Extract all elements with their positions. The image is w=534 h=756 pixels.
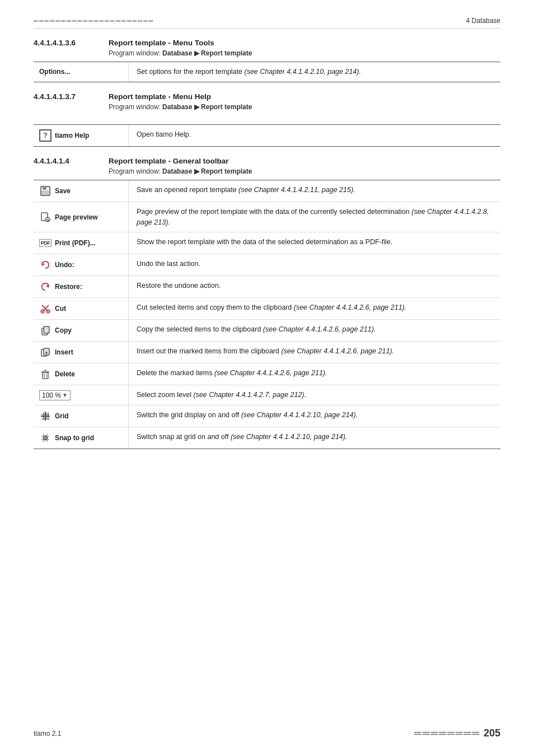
table-3: Save Save an opened report template (see… <box>34 180 500 449</box>
cell-right-insert: Insert out the marked items from the cli… <box>129 342 500 363</box>
cell-left-insert: Insert <box>34 342 129 363</box>
cell-left-grid: Grid <box>34 405 129 427</box>
footer-page-number: 205 <box>484 727 500 739</box>
options-label: Options... <box>39 68 70 76</box>
section-number-3: 4.4.1.4.1.4 <box>34 157 95 165</box>
section-title-1: Report template - Menu Tools <box>109 39 214 47</box>
page-preview-icon <box>39 211 51 223</box>
program-window-2: Program window: Database ▶ Report templa… <box>109 103 500 111</box>
save-icon <box>39 185 51 197</box>
cell-right-restore: Restore the undone action. <box>129 276 500 297</box>
table-row: Save Save an opened report template (see… <box>34 180 500 202</box>
cut-icon <box>39 302 51 315</box>
cell-left-help: ? tiamo Help <box>34 125 129 146</box>
cell-left-pagepreview: Page preview <box>34 202 129 232</box>
page: ══════════════════════ 4 Database 4.4.1.… <box>0 0 534 756</box>
insert-label: Insert <box>55 348 73 356</box>
cell-right-delete: Delete the marked items (see Chapter 4.4… <box>129 363 500 385</box>
pdf-icon: PDF <box>39 237 51 249</box>
zoom-value: 100 % <box>42 391 61 399</box>
svg-rect-20 <box>43 372 48 379</box>
table-row: PDF Print (PDF)... Show the report templ… <box>34 232 500 254</box>
cell-right-pagepreview: Page preview of the report template with… <box>129 202 500 232</box>
table-row: Undo: Undo the last action. <box>34 254 500 276</box>
table-row: Options... Set options for the report te… <box>34 62 500 82</box>
table-row: 100 % ▼ Select zoom level (see Chapter 4… <box>34 385 500 405</box>
svg-marker-8 <box>42 263 45 266</box>
section-heading-1: 4.4.1.4.1.3.6 Report template - Menu Too… <box>34 39 500 47</box>
program-window-1: Program window: Database ▶ Report templa… <box>109 49 500 57</box>
footer-app-name: tiamo 2.1 <box>34 730 61 738</box>
table-row: Grid Switch the grid display on and off … <box>34 405 500 427</box>
cell-right-zoom: Select zoom level (see Chapter 4.4.1.4.2… <box>129 385 500 405</box>
cell-left-copy: Copy <box>34 320 129 341</box>
restore-label: Restore: <box>55 283 82 291</box>
footer-page: ════════ 205 <box>414 727 500 739</box>
cell-right-cut: Cut selected items and copy them to the … <box>129 298 500 319</box>
cell-right-help: Open tiamo Help. <box>129 125 500 146</box>
table-row: Snap to grid Switch snap at grid on and … <box>34 427 500 449</box>
cell-left-options: Options... <box>34 62 129 82</box>
zoom-dropdown-arrow[interactable]: ▼ <box>62 392 68 398</box>
cell-left-delete: Delete <box>34 363 129 385</box>
footer-dashes: ════════ <box>414 727 480 739</box>
svg-rect-1 <box>43 186 46 190</box>
table-row: Page preview Page preview of the report … <box>34 202 500 233</box>
undo-icon <box>39 259 51 271</box>
insert-icon <box>39 346 51 358</box>
help-label: tiamo Help <box>55 132 89 139</box>
svg-rect-2 <box>42 191 49 194</box>
table-row: Restore: Restore the undone action. <box>34 276 500 298</box>
program-window-3: Program window: Database ▶ Report templa… <box>109 167 500 175</box>
cell-right-save: Save an opened report template (see Chap… <box>129 180 500 202</box>
table-1: Options... Set options for the report te… <box>34 62 500 82</box>
table-row: Insert Insert out the marked items from … <box>34 342 500 363</box>
cell-right-pdf: Show the report template with the data o… <box>129 232 500 254</box>
delete-icon <box>39 368 51 380</box>
zoom-selector[interactable]: 100 % ▼ <box>39 390 71 400</box>
cell-left-restore: Restore: <box>34 276 129 297</box>
cell-left-undo: Undo: <box>34 254 129 276</box>
cell-left-zoom: 100 % ▼ <box>34 385 129 405</box>
cell-left-save: Save <box>34 180 129 202</box>
section-heading-2: 4.4.1.4.1.3.7 Report template - Menu Hel… <box>34 92 500 101</box>
snap-to-grid-label: Snap to grid <box>55 434 94 442</box>
footer: tiamo 2.1 ════════ 205 <box>34 727 500 739</box>
table-row: Delete Delete the marked items (see Chap… <box>34 363 500 385</box>
cell-right-copy: Copy the selected items to the clipboard… <box>129 320 500 341</box>
copy-label: Copy <box>55 326 72 334</box>
grid-label: Grid <box>55 412 69 420</box>
cell-right-undo: Undo the last action. <box>129 254 500 276</box>
chapter-label: 4 Database <box>466 17 500 25</box>
pdf-label: Print (PDF)... <box>55 239 96 247</box>
table-2: ? tiamo Help Open tiamo Help. <box>34 124 500 147</box>
section-number-2: 4.4.1.4.1.3.7 <box>34 92 95 101</box>
delete-label: Delete <box>55 370 75 378</box>
section-number-1: 4.4.1.4.1.3.6 <box>34 39 95 47</box>
table-row: Copy Copy the selected items to the clip… <box>34 320 500 342</box>
section-title-2: Report template - Menu Help <box>109 92 211 101</box>
cut-label: Cut <box>55 305 66 312</box>
cell-right-grid: Switch the grid display on and off (see … <box>129 405 500 427</box>
top-dashes: ══════════════════════ <box>34 17 154 24</box>
cell-left-pdf: PDF Print (PDF)... <box>34 232 129 254</box>
cell-left-cut: Cut <box>34 298 129 319</box>
svg-marker-9 <box>46 284 49 288</box>
snap-to-grid-icon <box>39 432 51 444</box>
table-row: Cut Cut selected items and copy them to … <box>34 298 500 320</box>
page-preview-label: Page preview <box>55 213 98 221</box>
table-row: ? tiamo Help Open tiamo Help. <box>34 125 500 146</box>
section-title-3: Report template - General toolbar <box>109 157 229 165</box>
undo-label: Undo: <box>55 261 74 269</box>
save-label: Save <box>55 187 71 195</box>
cell-right-snaptogrid: Switch snap at grid on and off (see Chap… <box>129 427 500 449</box>
restore-icon <box>39 281 51 293</box>
svg-rect-15 <box>44 326 49 333</box>
help-icon: ? <box>39 129 51 142</box>
cell-right-options: Set options for the report template (see… <box>129 62 500 82</box>
copy-icon <box>39 324 51 337</box>
top-bar: ══════════════════════ 4 Database <box>34 17 500 29</box>
section-heading-3: 4.4.1.4.1.4 Report template - General to… <box>34 157 500 165</box>
grid-icon <box>39 410 51 422</box>
cell-left-snaptogrid: Snap to grid <box>34 427 129 449</box>
